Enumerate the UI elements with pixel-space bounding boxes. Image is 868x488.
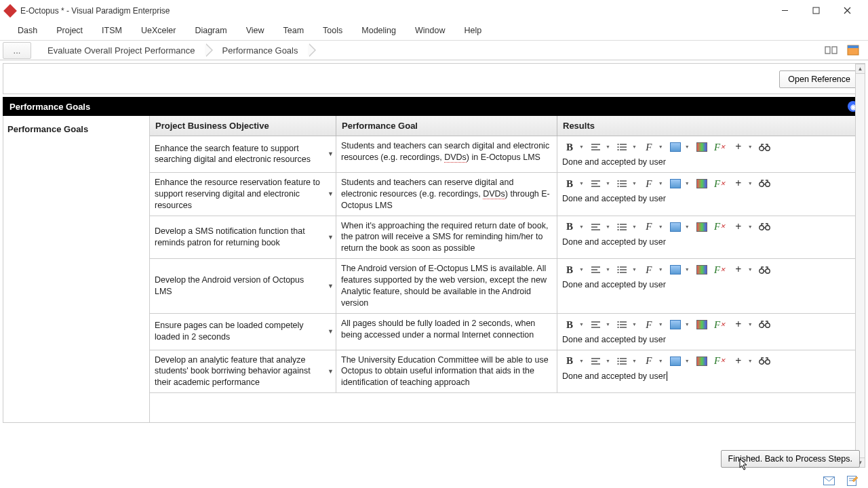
breadcrumb-item-0[interactable]: Evaluate Overall Project Performance <box>33 42 207 59</box>
menu-window[interactable]: Window <box>406 26 454 35</box>
minimize-button[interactable] <box>769 0 800 21</box>
panel-icon[interactable] <box>845 43 861 58</box>
menu-view[interactable]: View <box>237 26 274 35</box>
chevron-down-icon[interactable]: ▼ <box>328 282 334 290</box>
align-icon[interactable] <box>589 354 604 368</box>
maximize-button[interactable] <box>800 0 831 21</box>
dropdown-icon[interactable]: ▼ <box>658 358 663 364</box>
chevron-down-icon[interactable]: ▼ <box>328 150 334 158</box>
dropdown-icon[interactable]: ▼ <box>606 358 610 364</box>
cell-results[interactable]: B▼ ▼ ▼ F▼ ▼ F✕ +▼ Done and accepted by u… <box>557 173 865 216</box>
dropdown-icon[interactable]: ▼ <box>685 224 690 230</box>
add-icon[interactable]: + <box>731 177 746 190</box>
dropdown-icon[interactable]: ▼ <box>579 321 584 327</box>
add-icon[interactable]: + <box>731 354 746 368</box>
cell-results[interactable]: B▼ ▼ ▼ F▼ ▼ F✕ +▼ Done and accepted by u… <box>557 136 865 172</box>
cell-goal[interactable]: The University Education Committee will … <box>336 350 557 393</box>
bold-icon[interactable]: B <box>562 140 577 154</box>
cell-goal[interactable]: All pages should be fully loaded in 2 se… <box>336 314 557 350</box>
menu-team[interactable]: Team <box>274 26 314 35</box>
dropdown-icon[interactable]: ▼ <box>748 266 753 272</box>
mail-icon[interactable] <box>823 476 835 486</box>
table-insert-icon[interactable] <box>668 318 683 331</box>
cell-results[interactable]: B▼ ▼ ▼ F▼ ▼ F✕ +▼ Done and accepted by u… <box>557 350 865 393</box>
dropdown-icon[interactable]: ▼ <box>748 358 753 364</box>
dropdown-icon[interactable]: ▼ <box>748 144 753 150</box>
dropdown-icon[interactable]: ▼ <box>658 180 663 186</box>
menu-diagram[interactable]: Diagram <box>185 26 236 35</box>
find-icon[interactable] <box>757 177 772 190</box>
table-insert-icon[interactable] <box>668 354 683 368</box>
dropdown-icon[interactable]: ▼ <box>658 266 663 272</box>
clear-format-icon[interactable]: F✕ <box>713 354 728 368</box>
add-icon[interactable]: + <box>731 318 746 331</box>
clear-format-icon[interactable]: F✕ <box>713 263 728 277</box>
add-icon[interactable]: + <box>731 220 746 234</box>
color-icon[interactable] <box>694 354 709 368</box>
cell-goal[interactable]: Students and teachers can reserve digita… <box>336 173 557 216</box>
dropdown-icon[interactable]: ▼ <box>632 180 637 186</box>
dropdown-icon[interactable]: ▼ <box>606 144 610 150</box>
menu-uexceler[interactable]: UeXceler <box>132 26 185 35</box>
dropdown-icon[interactable]: ▼ <box>685 180 690 186</box>
chevron-down-icon[interactable]: ▼ <box>328 233 334 241</box>
add-icon[interactable]: + <box>731 263 746 277</box>
cell-results[interactable]: B▼ ▼ ▼ F▼ ▼ F✕ +▼ Done and accepted by u… <box>557 259 865 313</box>
cell-goal[interactable]: Students and teachers can search digital… <box>336 136 557 172</box>
bold-icon[interactable]: B <box>562 263 577 277</box>
dropdown-icon[interactable]: ▼ <box>748 180 753 186</box>
cell-results[interactable]: B▼ ▼ ▼ F▼ ▼ F✕ +▼ Done and accepted by u… <box>557 216 865 259</box>
dropdown-icon[interactable]: ▼ <box>685 144 690 150</box>
dropdown-icon[interactable]: ▼ <box>748 321 753 327</box>
chevron-down-icon[interactable]: ▼ <box>328 367 334 375</box>
bold-icon[interactable]: B <box>562 354 577 368</box>
table-insert-icon[interactable] <box>668 220 683 234</box>
font-icon[interactable]: F <box>642 140 656 154</box>
cell-objective[interactable]: Develop an analytic feature that analyze… <box>150 350 336 393</box>
cell-objective[interactable]: Develop the Android version of Octopus L… <box>150 259 336 313</box>
align-icon[interactable] <box>589 220 604 234</box>
font-icon[interactable]: F <box>642 177 656 190</box>
scroll-up-icon[interactable]: ▲ <box>855 64 865 74</box>
breadcrumb-overflow[interactable]: ... <box>3 42 31 59</box>
cell-objective[interactable]: Enhance the search feature to support se… <box>150 136 336 172</box>
dropdown-icon[interactable]: ▼ <box>606 266 610 272</box>
add-icon[interactable]: + <box>731 140 746 154</box>
dropdown-icon[interactable]: ▼ <box>579 224 584 230</box>
find-icon[interactable] <box>757 140 772 154</box>
font-icon[interactable]: F <box>642 354 656 368</box>
menu-help[interactable]: Help <box>454 26 491 35</box>
menu-project[interactable]: Project <box>47 26 92 35</box>
list-icon[interactable] <box>615 263 630 277</box>
table-insert-icon[interactable] <box>668 177 683 190</box>
dropdown-icon[interactable]: ▼ <box>579 180 584 186</box>
color-icon[interactable] <box>694 318 709 331</box>
dropdown-icon[interactable]: ▼ <box>632 144 637 150</box>
menu-tools[interactable]: Tools <box>313 26 352 35</box>
clear-format-icon[interactable]: F✕ <box>713 140 728 154</box>
dropdown-icon[interactable]: ▼ <box>748 224 753 230</box>
vertical-scrollbar[interactable]: ▲ ▼ <box>855 64 865 468</box>
cell-goal[interactable]: When it's approaching the required retur… <box>336 216 557 259</box>
clear-format-icon[interactable]: F✕ <box>713 177 728 190</box>
table-insert-icon[interactable] <box>668 140 683 154</box>
scroll-track[interactable] <box>855 74 865 458</box>
find-icon[interactable] <box>757 354 772 368</box>
list-icon[interactable] <box>615 140 630 154</box>
cell-results[interactable]: B▼ ▼ ▼ F▼ ▼ F✕ +▼ Done and accepted by u… <box>557 314 865 350</box>
dropdown-icon[interactable]: ▼ <box>632 358 637 364</box>
list-icon[interactable] <box>615 220 630 234</box>
list-icon[interactable] <box>615 354 630 368</box>
align-icon[interactable] <box>589 263 604 277</box>
list-icon[interactable] <box>615 177 630 190</box>
cell-goal[interactable]: The Android version of E-Octopus LMS is … <box>336 259 557 313</box>
font-icon[interactable]: F <box>642 263 656 277</box>
cell-objective[interactable]: Enhance the resource reservation feature… <box>150 173 336 216</box>
color-icon[interactable] <box>694 263 709 277</box>
layout-icon[interactable] <box>823 43 840 58</box>
dropdown-icon[interactable]: ▼ <box>632 224 637 230</box>
edit-note-icon[interactable] <box>847 476 859 486</box>
dropdown-icon[interactable]: ▼ <box>632 266 637 272</box>
dropdown-icon[interactable]: ▼ <box>606 224 610 230</box>
dropdown-icon[interactable]: ▼ <box>685 358 690 364</box>
